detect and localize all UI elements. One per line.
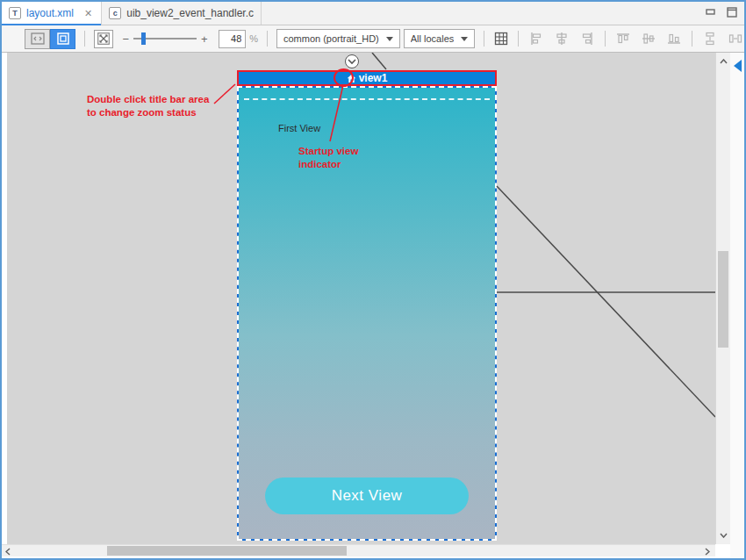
align-top-icon[interactable]	[614, 30, 632, 47]
locales-dropdown[interactable]: All locales	[404, 29, 476, 48]
active-tab-underline	[2, 24, 101, 25]
restore-panel-icon[interactable]	[734, 60, 742, 72]
zoom-percent-input[interactable]	[219, 30, 246, 48]
toolbar-separator	[692, 31, 692, 47]
view-mode-toggle	[25, 29, 75, 49]
tab-event-handler-c[interactable]: c uib_view2_event_handler.c	[102, 2, 262, 25]
scroll-left-icon[interactable]	[2, 545, 14, 557]
toolbar-separator	[267, 31, 268, 47]
vertical-scrollbar-thumb[interactable]	[718, 251, 728, 348]
editor-window: T layout.xml ✕ c uib_view2_event_handler…	[0, 0, 746, 560]
locales-value: All locales	[411, 33, 455, 44]
toolbar-separator	[84, 31, 85, 47]
startup-indicator-highlight-circle	[334, 68, 354, 87]
view-collapse-chevron-icon[interactable]	[345, 54, 359, 68]
design-canvas[interactable]: view1 First View Next View Startup view …	[7, 53, 715, 544]
first-view-label[interactable]: First View	[278, 123, 320, 133]
scroll-down-icon[interactable]	[716, 528, 731, 542]
transition-line	[497, 186, 715, 417]
align-middle-icon[interactable]	[640, 30, 657, 47]
screen-config-dropdown[interactable]: common (portrait_HD)	[276, 29, 400, 48]
zoom-status-annotation: Double click title bar area to change zo…	[87, 93, 209, 119]
design-toolbar: − + % common (portrait_HD) All locales	[2, 25, 744, 53]
view-title-label: view1	[359, 72, 388, 84]
toolbar-separator	[484, 31, 484, 47]
design-view-button[interactable]	[50, 29, 75, 49]
minimize-icon[interactable]	[706, 7, 716, 18]
view1-content-area[interactable]: First View Next View Startup view indica…	[237, 86, 497, 541]
grid-toggle-button[interactable]	[493, 30, 509, 47]
vertical-scrollbar[interactable]	[715, 53, 730, 544]
align-right-icon[interactable]	[578, 30, 596, 47]
zoom-out-button[interactable]: −	[122, 32, 130, 46]
editor-tab-bar: T layout.xml ✕ c uib_view2_event_handler…	[2, 2, 744, 25]
fit-to-screen-button[interactable]	[94, 30, 113, 48]
tab-label: uib_view2_event_handler.c	[126, 7, 254, 19]
chevron-down-icon	[386, 37, 393, 41]
zoom-in-button[interactable]: +	[200, 32, 208, 46]
scroll-up-icon[interactable]	[716, 54, 731, 68]
tab-label: layout.xml	[26, 7, 74, 19]
annotation-pointer-line	[214, 84, 235, 104]
toolbar-separator	[605, 31, 606, 47]
container-dashed-guide	[244, 98, 490, 100]
next-view-button[interactable]: Next View	[265, 477, 469, 514]
view-controls	[706, 7, 737, 18]
transition-line	[372, 53, 386, 69]
align-left-icon[interactable]	[527, 30, 545, 47]
distribute-vertical-icon[interactable]	[701, 30, 719, 47]
scroll-right-icon[interactable]	[701, 545, 714, 557]
maximize-icon[interactable]	[727, 7, 737, 18]
horizontal-scrollbar[interactable]	[2, 544, 715, 556]
c-file-icon: c	[109, 7, 121, 19]
zoom-slider-thumb[interactable]	[141, 32, 146, 45]
view1-body[interactable]: First View Next View Startup view indica…	[237, 86, 497, 541]
source-view-button[interactable]	[25, 29, 50, 49]
zoom-unit-label: %	[249, 33, 258, 44]
storyboard-view1[interactable]: view1 First View Next View Startup view …	[237, 70, 497, 541]
align-bottom-icon[interactable]	[665, 30, 683, 47]
align-center-icon[interactable]	[553, 30, 570, 47]
tab-layout-xml[interactable]: T layout.xml ✕	[2, 2, 102, 25]
zoom-slider[interactable]	[133, 32, 197, 46]
collapsed-panel-strip	[730, 53, 744, 558]
toolbar-separator	[518, 31, 519, 47]
close-icon[interactable]: ✕	[82, 8, 94, 19]
chevron-down-icon	[461, 37, 468, 41]
startup-view-annotation: Startup view indicator	[298, 145, 358, 171]
xml-file-icon: T	[9, 7, 21, 19]
distribute-horizontal-icon[interactable]	[727, 30, 744, 47]
horizontal-scrollbar-thumb[interactable]	[107, 546, 347, 556]
screen-config-value: common (portrait_HD)	[283, 33, 379, 44]
view1-title-bar[interactable]: view1	[237, 70, 497, 86]
